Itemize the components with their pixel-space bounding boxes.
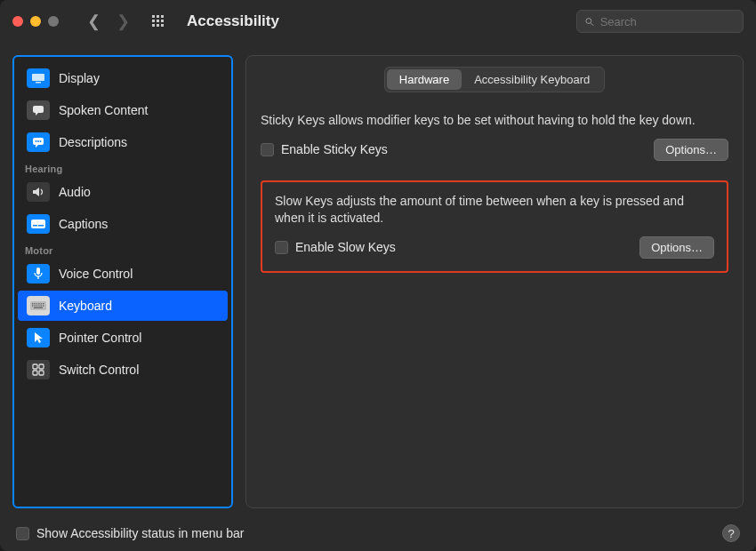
forward-button[interactable]: ❯ — [117, 13, 130, 29]
svg-rect-22 — [33, 225, 37, 227]
svg-point-18 — [37, 140, 39, 142]
sidebar-item-label: Descriptions — [59, 135, 127, 149]
sidebar-item-label: Spoken Content — [59, 103, 148, 117]
svg-marker-14 — [36, 112, 39, 116]
svg-rect-12 — [36, 82, 41, 84]
show-all-icon[interactable] — [151, 14, 165, 28]
sidebar-item-descriptions[interactable]: Descriptions — [18, 127, 228, 157]
svg-rect-0 — [152, 15, 155, 18]
keyboard-icon — [27, 296, 50, 315]
footer: Show Accessibility status in menu bar ? — [0, 515, 756, 551]
sidebar-item-label: Captions — [59, 217, 108, 231]
svg-rect-33 — [32, 305, 33, 306]
sidebar-item-label: Pointer Control — [59, 331, 141, 345]
window-title: Accessibility — [187, 12, 279, 30]
slow-keys-checkbox-label: Enable Slow Keys — [295, 240, 396, 254]
sidebar-item-switch-control[interactable]: Switch Control — [18, 355, 228, 385]
svg-marker-20 — [33, 188, 39, 196]
svg-rect-32 — [43, 303, 44, 304]
svg-rect-13 — [33, 106, 44, 113]
sidebar-item-audio[interactable]: Audio — [18, 177, 228, 207]
back-button[interactable]: ❮ — [87, 13, 101, 29]
sidebar-item-label: Display — [59, 71, 100, 85]
captions-icon — [27, 214, 50, 234]
pointer-icon — [27, 328, 50, 347]
search-field[interactable] — [576, 10, 744, 33]
svg-rect-36 — [38, 305, 39, 306]
svg-rect-31 — [41, 303, 42, 304]
svg-rect-5 — [161, 20, 164, 22]
sidebar-category-hearing: Hearing — [14, 158, 231, 176]
menubar-status-checkbox[interactable] — [16, 527, 29, 540]
svg-point-17 — [36, 140, 37, 142]
svg-rect-29 — [36, 303, 37, 304]
svg-rect-44 — [39, 371, 44, 375]
sidebar-category-motor: Motor — [14, 240, 231, 258]
panel-tabs: Hardware Accessibility Keyboard — [384, 67, 605, 92]
settings-panel: Hardware Accessibility Keyboard Sticky K… — [245, 55, 744, 508]
sidebar-item-label: Switch Control — [59, 363, 139, 377]
switch-control-icon — [27, 360, 50, 379]
sidebar-item-label: Audio — [59, 185, 91, 199]
slow-keys-description: Slow Keys adjusts the amount of time bet… — [275, 193, 714, 228]
svg-point-19 — [40, 140, 42, 142]
svg-rect-1 — [157, 15, 159, 18]
svg-rect-7 — [157, 24, 159, 27]
titlebar: ❮ ❯ Accessibility — [0, 0, 756, 43]
svg-rect-2 — [161, 15, 164, 18]
svg-rect-21 — [31, 220, 45, 228]
sidebar-item-captions[interactable]: Captions — [18, 209, 228, 239]
sticky-keys-checkbox[interactable] — [261, 143, 274, 156]
sticky-keys-options-button[interactable]: Options… — [654, 139, 728, 161]
svg-rect-39 — [34, 307, 43, 308]
descriptions-icon — [27, 132, 50, 152]
svg-rect-23 — [38, 225, 44, 227]
sticky-keys-description: Sticky Keys allows modifier keys to be s… — [261, 112, 728, 130]
svg-rect-38 — [43, 305, 44, 306]
svg-rect-11 — [32, 74, 44, 81]
svg-rect-8 — [161, 24, 164, 27]
tab-hardware[interactable]: Hardware — [387, 69, 462, 90]
search-input[interactable] — [600, 15, 736, 28]
sidebar-item-label: Voice Control — [59, 267, 133, 281]
sidebar-item-voice-control[interactable]: Voice Control — [18, 259, 228, 289]
nav-buttons: ❮ ❯ — [87, 13, 130, 29]
display-icon — [27, 68, 50, 88]
sidebar: Display Spoken Content Descriptions Hear… — [12, 55, 233, 508]
slow-keys-checkbox[interactable] — [275, 241, 288, 254]
speaker-icon — [27, 182, 50, 202]
microphone-icon — [27, 264, 50, 283]
svg-line-10 — [591, 22, 593, 25]
svg-marker-40 — [35, 332, 43, 343]
svg-point-9 — [586, 18, 591, 23]
sticky-keys-section: Sticky Keys allows modifier keys to be s… — [261, 112, 728, 161]
prefs-window: ❮ ❯ Accessibility Display — [0, 0, 756, 551]
svg-rect-24 — [36, 268, 40, 275]
close-window-button[interactable] — [12, 16, 23, 27]
minimize-window-button[interactable] — [30, 16, 41, 27]
sidebar-item-keyboard[interactable]: Keyboard — [18, 291, 228, 321]
sidebar-item-pointer-control[interactable]: Pointer Control — [18, 323, 228, 353]
sticky-keys-checkbox-label: Enable Sticky Keys — [281, 142, 388, 156]
menubar-status-label: Show Accessibility status in menu bar — [36, 526, 244, 540]
slow-keys-options-button[interactable]: Options… — [639, 236, 714, 259]
svg-rect-43 — [33, 371, 37, 375]
tab-accessibility-keyboard[interactable]: Accessibility Keyboard — [462, 69, 602, 90]
search-icon — [584, 16, 595, 28]
svg-rect-41 — [33, 364, 37, 369]
zoom-window-button[interactable] — [48, 16, 59, 27]
svg-rect-28 — [34, 303, 35, 304]
svg-rect-42 — [39, 364, 44, 369]
sidebar-item-spoken-content[interactable]: Spoken Content — [18, 95, 228, 125]
traffic-lights — [12, 16, 59, 27]
sidebar-item-display[interactable]: Display — [18, 63, 228, 93]
svg-rect-3 — [152, 20, 155, 22]
slow-keys-section: Slow Keys adjusts the amount of time bet… — [261, 180, 728, 273]
svg-rect-30 — [38, 303, 39, 304]
svg-rect-35 — [36, 305, 37, 306]
svg-rect-6 — [152, 24, 155, 27]
help-button[interactable]: ? — [722, 524, 740, 542]
sidebar-item-label: Keyboard — [59, 299, 112, 313]
svg-rect-34 — [34, 305, 35, 306]
svg-rect-37 — [41, 305, 42, 306]
